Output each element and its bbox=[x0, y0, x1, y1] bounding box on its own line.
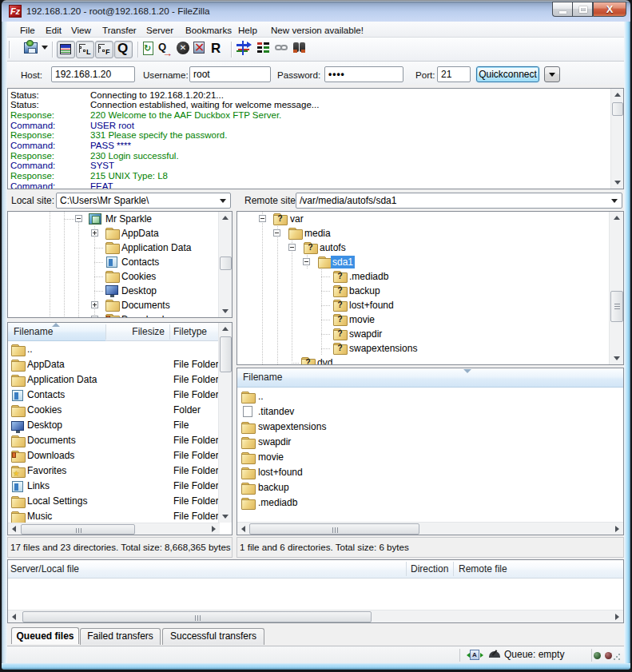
host-input[interactable] bbox=[51, 66, 135, 82]
frame-bottom bbox=[2, 663, 630, 670]
quickconnect-bar: Host: Username: Password: Port: Quickcon… bbox=[7, 62, 624, 85]
minimize-button[interactable] bbox=[552, 2, 572, 17]
local-status: 17 files and 23 directories. Total size:… bbox=[7, 537, 233, 558]
remote-status: 1 file and 6 directories. Total size: 6 … bbox=[237, 537, 624, 558]
menu-bar: File Edit View Transfer Server Bookmarks… bbox=[7, 22, 624, 38]
toolbar: L F Q ↻ Q → ✕ ✕ R bbox=[7, 38, 624, 62]
title-text: 192.168.1.20 - root@192.168.1.20 - FileZ… bbox=[26, 6, 210, 16]
remote-file-list: Filename .. .titandev swapextensions swa… bbox=[237, 368, 624, 535]
app-icon: Fz bbox=[9, 5, 22, 18]
maximize-button[interactable] bbox=[572, 2, 593, 17]
tab-success[interactable]: Successful transfers bbox=[162, 628, 264, 645]
quickconnect-dropdown[interactable] bbox=[544, 66, 560, 82]
port-input[interactable] bbox=[437, 66, 471, 82]
remote-tree: ? var media ? autofs sda1 ? .mediadb ? bbox=[237, 211, 624, 365]
tab-failed[interactable]: Failed transfers bbox=[80, 628, 161, 645]
tab-queued[interactable]: Queued files bbox=[11, 627, 79, 644]
remote-site-bar: Remote site: /var/media/autofs/sda1 bbox=[237, 189, 624, 211]
frame-left bbox=[2, 22, 7, 663]
status-bar: A Queue: empty bbox=[7, 646, 624, 663]
local-file-list: Filename Filesize Filetype .. AppDataFil… bbox=[7, 322, 233, 535]
local-site-bar: Local site: C:\Users\Mr Sparkle\ bbox=[7, 189, 233, 211]
quickconnect-button[interactable]: Quickconnect bbox=[476, 66, 539, 82]
filezilla-window: Fz 192.168.1.20 - root@192.168.1.20 - Fi… bbox=[0, 0, 632, 672]
message-log: Status:Connecting to 192.168.1.20:21... … bbox=[7, 88, 624, 189]
remote-site-combo[interactable]: /var/media/autofs/sda1 bbox=[296, 193, 622, 209]
local-tree: Mr Sparkle AppData Application Data Cont… bbox=[7, 211, 233, 318]
queue-tabs: Queued files Failed transfers Successful… bbox=[7, 626, 624, 645]
password-input[interactable] bbox=[324, 66, 403, 82]
username-input[interactable] bbox=[189, 66, 271, 82]
transfer-queue: Server/Local file Direction Remote file bbox=[7, 559, 624, 623]
local-site-combo[interactable]: C:\Users\Mr Sparkle\ bbox=[56, 193, 231, 209]
close-button[interactable]: X bbox=[593, 2, 626, 17]
frame-right bbox=[624, 22, 630, 663]
title-bar: Fz 192.168.1.20 - root@192.168.1.20 - Fi… bbox=[2, 0, 630, 22]
queue-status: Queue: empty bbox=[504, 649, 564, 660]
